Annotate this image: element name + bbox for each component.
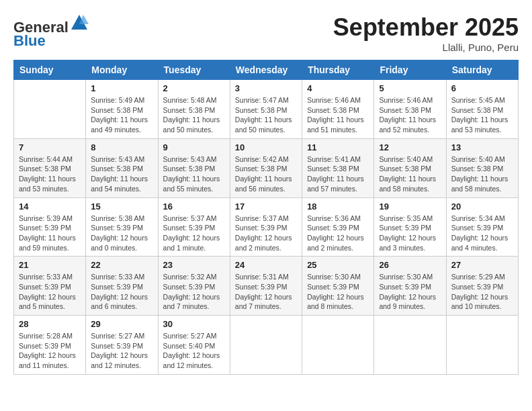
day-number: 12	[379, 142, 441, 152]
calendar-cell	[302, 316, 374, 375]
title-block: September 2025 Llalli, Puno, Peru	[333, 13, 519, 53]
calendar-cell: 21Sunrise: 5:33 AMSunset: 5:39 PMDayligh…	[14, 257, 86, 316]
logo: General Blue	[13, 13, 89, 49]
day-number: 9	[163, 142, 225, 152]
calendar-cell: 2Sunrise: 5:48 AMSunset: 5:38 PMDaylight…	[158, 80, 230, 139]
page-header: General Blue September 2025 Llalli, Puno…	[13, 13, 519, 53]
day-number: 21	[19, 260, 81, 270]
day-number: 25	[307, 260, 369, 270]
day-number: 10	[235, 142, 297, 152]
calendar-table: SundayMondayTuesdayWednesdayThursdayFrid…	[13, 60, 519, 375]
day-number: 29	[91, 319, 152, 329]
day-info: Sunrise: 5:32 AMSunset: 5:39 PMDaylight:…	[163, 272, 225, 312]
col-header-friday: Friday	[374, 60, 446, 80]
day-info: Sunrise: 5:33 AMSunset: 5:39 PMDaylight:…	[91, 272, 152, 312]
calendar-cell: 24Sunrise: 5:31 AMSunset: 5:39 PMDayligh…	[230, 257, 302, 316]
calendar-cell: 18Sunrise: 5:36 AMSunset: 5:39 PMDayligh…	[302, 197, 374, 257]
calendar-cell: 7Sunrise: 5:44 AMSunset: 5:38 PMDaylight…	[14, 138, 86, 197]
day-info: Sunrise: 5:47 AMSunset: 5:38 PMDaylight:…	[235, 95, 297, 135]
day-info: Sunrise: 5:37 AMSunset: 5:39 PMDaylight:…	[163, 214, 225, 253]
col-header-tuesday: Tuesday	[158, 60, 230, 80]
day-info: Sunrise: 5:48 AMSunset: 5:38 PMDaylight:…	[163, 95, 225, 135]
day-info: Sunrise: 5:34 AMSunset: 5:39 PMDaylight:…	[451, 214, 513, 253]
day-number: 23	[163, 260, 225, 270]
calendar-header-row: SundayMondayTuesdayWednesdayThursdayFrid…	[14, 60, 519, 80]
day-info: Sunrise: 5:39 AMSunset: 5:39 PMDaylight:…	[19, 214, 81, 253]
day-info: Sunrise: 5:28 AMSunset: 5:39 PMDaylight:…	[19, 331, 81, 371]
day-number: 15	[91, 201, 152, 212]
col-header-sunday: Sunday	[14, 60, 86, 80]
day-number: 6	[451, 83, 513, 93]
calendar-cell: 22Sunrise: 5:33 AMSunset: 5:39 PMDayligh…	[86, 257, 158, 316]
day-info: Sunrise: 5:42 AMSunset: 5:38 PMDaylight:…	[235, 154, 297, 194]
calendar-cell: 13Sunrise: 5:40 AMSunset: 5:38 PMDayligh…	[446, 138, 518, 197]
day-info: Sunrise: 5:36 AMSunset: 5:39 PMDaylight:…	[307, 214, 369, 253]
day-number: 7	[19, 142, 81, 152]
day-number: 1	[91, 83, 152, 93]
calendar-cell: 11Sunrise: 5:41 AMSunset: 5:38 PMDayligh…	[302, 138, 374, 197]
day-info: Sunrise: 5:38 AMSunset: 5:39 PMDaylight:…	[91, 214, 152, 253]
calendar-cell: 16Sunrise: 5:37 AMSunset: 5:39 PMDayligh…	[158, 197, 230, 257]
calendar-cell: 29Sunrise: 5:27 AMSunset: 5:39 PMDayligh…	[86, 316, 158, 375]
day-info: Sunrise: 5:37 AMSunset: 5:39 PMDaylight:…	[235, 214, 297, 253]
calendar-cell	[374, 316, 446, 375]
calendar-cell	[14, 80, 86, 139]
day-info: Sunrise: 5:41 AMSunset: 5:38 PMDaylight:…	[307, 154, 369, 194]
col-header-thursday: Thursday	[302, 60, 374, 80]
day-info: Sunrise: 5:46 AMSunset: 5:38 PMDaylight:…	[379, 95, 441, 135]
day-number: 20	[451, 201, 513, 212]
col-header-saturday: Saturday	[446, 60, 518, 80]
col-header-monday: Monday	[86, 60, 158, 80]
day-number: 8	[91, 142, 152, 152]
day-info: Sunrise: 5:40 AMSunset: 5:38 PMDaylight:…	[379, 154, 441, 194]
day-number: 22	[91, 260, 152, 270]
day-number: 27	[451, 260, 513, 270]
day-number: 16	[163, 201, 225, 212]
day-info: Sunrise: 5:31 AMSunset: 5:39 PMDaylight:…	[235, 272, 297, 312]
logo-blue: Blue	[13, 32, 46, 49]
calendar-cell: 30Sunrise: 5:27 AMSunset: 5:40 PMDayligh…	[158, 316, 230, 375]
day-info: Sunrise: 5:43 AMSunset: 5:38 PMDaylight:…	[91, 154, 152, 194]
day-info: Sunrise: 5:46 AMSunset: 5:38 PMDaylight:…	[307, 95, 369, 135]
calendar-cell: 8Sunrise: 5:43 AMSunset: 5:38 PMDaylight…	[86, 138, 158, 197]
day-info: Sunrise: 5:33 AMSunset: 5:39 PMDaylight:…	[19, 272, 81, 312]
calendar-cell	[230, 316, 302, 375]
day-number: 2	[163, 83, 225, 93]
day-number: 11	[307, 142, 369, 152]
day-info: Sunrise: 5:30 AMSunset: 5:39 PMDaylight:…	[379, 272, 441, 312]
calendar-cell: 26Sunrise: 5:30 AMSunset: 5:39 PMDayligh…	[374, 257, 446, 316]
day-info: Sunrise: 5:40 AMSunset: 5:38 PMDaylight:…	[451, 154, 513, 194]
calendar-cell	[446, 316, 518, 375]
day-info: Sunrise: 5:27 AMSunset: 5:40 PMDaylight:…	[163, 331, 225, 371]
day-number: 30	[163, 319, 225, 329]
calendar-cell: 17Sunrise: 5:37 AMSunset: 5:39 PMDayligh…	[230, 197, 302, 257]
day-number: 17	[235, 201, 297, 212]
calendar-cell: 5Sunrise: 5:46 AMSunset: 5:38 PMDaylight…	[374, 80, 446, 139]
calendar-cell: 25Sunrise: 5:30 AMSunset: 5:39 PMDayligh…	[302, 257, 374, 316]
day-number: 19	[379, 201, 441, 212]
calendar-cell: 28Sunrise: 5:28 AMSunset: 5:39 PMDayligh…	[14, 316, 86, 375]
day-number: 3	[235, 83, 297, 93]
day-info: Sunrise: 5:29 AMSunset: 5:39 PMDaylight:…	[451, 272, 513, 312]
day-info: Sunrise: 5:49 AMSunset: 5:38 PMDaylight:…	[91, 95, 152, 135]
calendar-week-5: 28Sunrise: 5:28 AMSunset: 5:39 PMDayligh…	[14, 316, 519, 375]
calendar-cell: 3Sunrise: 5:47 AMSunset: 5:38 PMDaylight…	[230, 80, 302, 139]
day-number: 14	[19, 201, 81, 212]
day-info: Sunrise: 5:45 AMSunset: 5:38 PMDaylight:…	[451, 95, 513, 135]
day-number: 4	[307, 83, 369, 93]
logo-icon	[70, 13, 89, 32]
day-number: 28	[19, 319, 81, 329]
calendar-cell: 15Sunrise: 5:38 AMSunset: 5:39 PMDayligh…	[86, 197, 158, 257]
day-info: Sunrise: 5:35 AMSunset: 5:39 PMDaylight:…	[379, 214, 441, 253]
calendar-cell: 27Sunrise: 5:29 AMSunset: 5:39 PMDayligh…	[446, 257, 518, 316]
day-number: 5	[379, 83, 441, 93]
calendar-cell: 10Sunrise: 5:42 AMSunset: 5:38 PMDayligh…	[230, 138, 302, 197]
month-title: September 2025	[333, 13, 519, 42]
calendar-cell: 4Sunrise: 5:46 AMSunset: 5:38 PMDaylight…	[302, 80, 374, 139]
calendar-week-4: 21Sunrise: 5:33 AMSunset: 5:39 PMDayligh…	[14, 257, 519, 316]
location-subtitle: Llalli, Puno, Peru	[333, 42, 519, 53]
calendar-week-3: 14Sunrise: 5:39 AMSunset: 5:39 PMDayligh…	[14, 197, 519, 257]
calendar-cell: 12Sunrise: 5:40 AMSunset: 5:38 PMDayligh…	[374, 138, 446, 197]
day-info: Sunrise: 5:43 AMSunset: 5:38 PMDaylight:…	[163, 154, 225, 194]
day-number: 24	[235, 260, 297, 270]
